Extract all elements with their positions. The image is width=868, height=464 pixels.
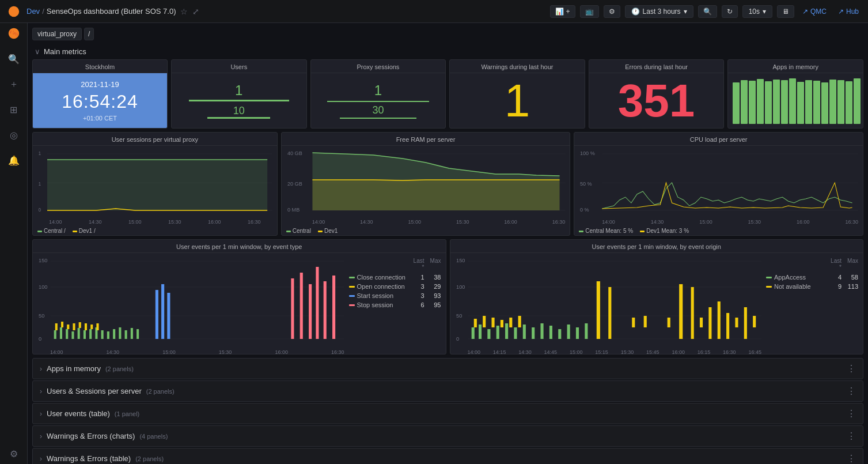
refresh-button[interactable]: ↻ [722,5,738,18]
svg-text:100 %: 100 % [580,150,595,156]
open-label: Open connection [357,283,408,290]
svg-rect-40 [131,328,133,339]
chevron-right-warn-charts: › [40,432,42,440]
svg-rect-37 [113,329,115,339]
charts-row: User sessions per virtual proxy 1 1 0 [32,132,863,236]
errors-value: 351 [618,78,695,124]
user-events-table-section[interactable]: › User events (table) (1 panel) ⋮ [32,403,863,424]
proxy-tag[interactable]: virtual_proxy [32,28,82,40]
user-sessions-legend-central: Central / [37,228,66,234]
warnings-errors-charts-drag-handle[interactable]: ⋮ [847,431,856,442]
zoom-out-button[interactable]: 🔍 [698,5,717,18]
users-display: 1 10 [172,73,306,128]
search-icon: 🔍 [8,54,20,65]
sidebar-item-add[interactable]: ＋ [3,74,24,95]
dashboard-settings-button[interactable]: ⚙ [604,5,620,18]
svg-text:0: 0 [39,336,41,342]
proxy-val2: 30 [372,104,384,116]
app-memory-bar [805,80,812,125]
time-range-selector[interactable]: 🕐 Last 3 hours ▾ [625,5,693,18]
legend-item-not-available: Not available 9 113 [766,283,858,290]
grafana-logo[interactable] [6,3,22,20]
users-sessions-drag-handle[interactable]: ⋮ [847,386,856,397]
proxy-dropdown[interactable]: / [84,28,94,40]
warnings-errors-table-drag-handle[interactable]: ⋮ [847,453,856,464]
svg-point-0 [9,6,19,16]
sidebar-item-search[interactable]: 🔍 [3,48,24,69]
not-available-color [766,286,772,288]
proxy-val1: 1 [374,82,382,99]
svg-rect-83 [491,318,494,327]
warnings-errors-table-section[interactable]: › Warnings & Errors (table) (2 panels) ⋮ [32,448,863,464]
start-color [349,295,355,297]
close-label: Close connection [357,274,408,281]
apps-memory-panel: Apps in memory 8 [727,59,863,129]
share-icon[interactable]: ⤢ [192,7,199,16]
toolbar-row: virtual_proxy / [32,28,863,40]
svg-rect-28 [60,327,62,339]
star-icon[interactable]: ☆ [180,7,188,16]
svg-rect-58 [332,276,335,339]
svg-text:0 %: 0 % [580,207,589,213]
legend-hdr-last1: Last * [410,258,424,270]
svg-rect-46 [79,322,81,328]
users-val1: 1 [235,82,242,99]
sidebar-item-grafana[interactable] [3,23,24,44]
apps-memory-drag-handle[interactable]: ⋮ [847,363,856,374]
svg-rect-86 [518,316,521,327]
apps-memory-content: 8 [728,73,863,129]
apps-memory-section-sub: (2 panels) [105,365,134,372]
app-memory-bar [749,81,756,124]
close-max: 38 [427,274,441,281]
svg-rect-93 [691,287,693,339]
qmc-button[interactable]: ↗ QMC [799,6,830,17]
warnings-panel: Warnings during last hour 1 [449,59,585,129]
app-memory-bar [765,81,772,124]
svg-rect-45 [73,323,75,330]
svg-rect-84 [500,320,503,327]
svg-text:150: 150 [39,258,47,263]
proxy-display: 1 30 [311,73,446,128]
users-panel-title: Users [172,60,306,73]
section-main-header[interactable]: ∨ Main metrics [32,45,863,59]
apps-display: 8 [728,73,863,129]
sidebar-item-alerts[interactable]: 🔔 [3,150,24,171]
add-panel-button[interactable]: 📊 + [550,5,575,18]
user-events-origin-title: User events per 1 min window, by event o… [450,240,863,253]
stop-max: 95 [427,301,441,308]
sidebar-item-dashboards[interactable]: ⊞ [3,99,24,120]
svg-rect-68 [478,325,481,339]
gear-icon: ⚙ [609,7,615,16]
nav-dev[interactable]: Dev [26,7,40,16]
svg-rect-55 [309,284,312,339]
warnings-errors-charts-section[interactable]: › Warnings & Errors (charts) (4 panels) … [32,425,863,447]
monitor-button[interactable]: 🖥 [777,5,794,18]
user-events-table-drag-handle[interactable]: ⋮ [847,408,856,419]
user-sessions-x-labels: 14:0014:3015:0015:3016:0016:30 [37,219,272,225]
user-sessions-legend: Central / Dev1 / [33,227,277,235]
app-memory-bar [733,82,740,124]
svg-rect-47 [85,323,87,330]
svg-text:1: 1 [39,180,41,187]
proxy-sessions-panel: Proxy sessions 1 30 [310,59,446,129]
open-max: 29 [427,283,441,290]
cpu-load-legend: Central Mean: 5 % Dev1 Mean: 3 % [574,227,863,235]
users-stat-top: 1 [176,82,302,103]
chevron-down-icon2: ▾ [763,7,766,16]
apps-memory-section[interactable]: › Apps in memory (2 panels) ⋮ [32,358,863,379]
users-sessions-section[interactable]: › Users & Sessions per server (2 panels)… [32,380,863,402]
explore-icon: ◎ [10,130,18,141]
proxy-sessions-title: Proxy sessions [311,60,446,73]
user-events-type-chart-area: 150 100 50 0 [37,255,344,348]
tv-button[interactable]: 📺 [580,5,599,18]
svg-rect-49 [96,323,98,330]
hub-button[interactable]: ↗ Hub [835,6,862,17]
apps-memory-title: Apps in memory [728,60,863,73]
refresh-interval-selector[interactable]: 10s ▾ [742,5,772,18]
svg-rect-77 [558,329,561,339]
free-ram-title: Free RAM per server [282,133,570,146]
svg-rect-52 [167,293,170,339]
user-sessions-chart-svg: 1 1 0 [37,148,272,217]
sidebar-item-explore[interactable]: ◎ [3,125,24,145]
sidebar-item-settings[interactable]: ⚙ [3,443,24,464]
